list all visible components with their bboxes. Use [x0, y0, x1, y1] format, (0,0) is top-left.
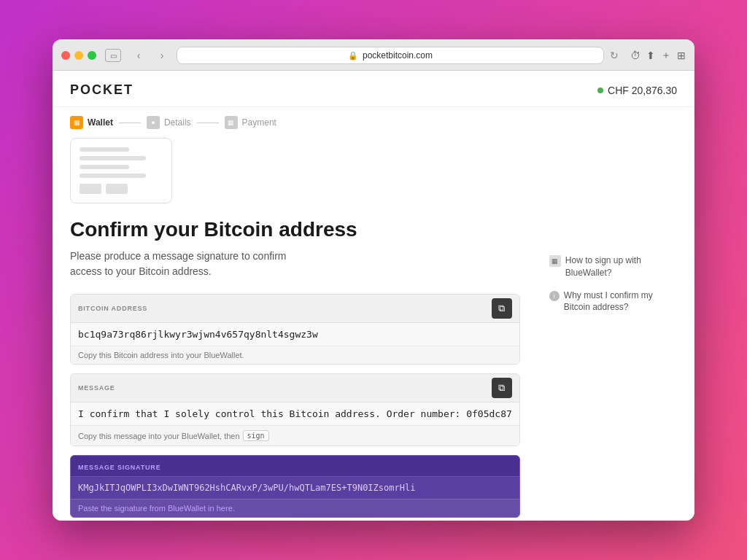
step-divider-2: [197, 122, 219, 123]
message-value-row: I confirm that I solely control this Bit…: [71, 402, 519, 425]
step-payment-label: Payment: [242, 117, 276, 128]
message-label: MESSAGE: [78, 384, 115, 392]
preview-line-3: [80, 165, 129, 169]
help-confirm-text: Why must I confirm my Bitcoin address?: [564, 289, 677, 314]
sign-tag: sign: [243, 430, 269, 441]
step-wallet-icon: ▦: [70, 116, 83, 129]
minimize-button[interactable]: [74, 51, 83, 60]
sidebar-toggle-icon[interactable]: ▭: [105, 49, 121, 62]
bitcoin-address-hint: Copy this Bitcoin address into your Blue…: [71, 346, 519, 364]
new-tab-icon[interactable]: ＋: [661, 49, 671, 62]
step-divider-1: [119, 122, 141, 123]
signature-value[interactable]: KMgJkITJqOWPLI3xDwIWNT962HshCARvxP/3wPU/…: [71, 477, 519, 499]
balance-indicator: [597, 88, 603, 93]
preview-line-4: [80, 174, 146, 178]
signature-hint: Paste the signature from BlueWallet in h…: [71, 499, 519, 517]
lock-icon: 🔒: [348, 51, 358, 61]
forward-button[interactable]: ›: [153, 47, 171, 64]
preview-btn-1: [80, 184, 101, 194]
browser-window: ▭ ‹ › 🔒 pocketbitcoin.com ↻ ⏱ ⬆ ＋ ⊞ POCK…: [53, 39, 694, 521]
left-panel: Confirm your Bitcoin address Please prod…: [70, 138, 520, 521]
step-details[interactable]: ● Details: [147, 116, 191, 129]
balance-value: CHF 20,876.30: [608, 85, 677, 96]
page-description: Please produce a message signature to co…: [70, 249, 318, 279]
share-icon[interactable]: ⬆: [646, 50, 655, 61]
page-content: POCKET CHF 20,876.30 ▦ Wallet ● Details …: [53, 71, 694, 521]
copy-message-button[interactable]: ⧉: [492, 378, 512, 398]
stepper: ▦ Wallet ● Details ▦ Payment: [53, 107, 694, 138]
bitcoin-address-label: BITCOIN ADDRESS: [78, 305, 147, 312]
copy-address-button[interactable]: ⧉: [492, 298, 512, 319]
traffic-lights: [61, 51, 96, 60]
step-payment[interactable]: ▦ Payment: [225, 116, 276, 129]
message-block: MESSAGE ⧉ I confirm that I solely contro…: [70, 373, 520, 446]
step-details-label: Details: [164, 117, 191, 128]
step-wallet[interactable]: ▦ Wallet: [70, 116, 113, 129]
page-title: Confirm your Bitcoin address: [70, 218, 520, 241]
bitcoin-address-block: BITCOIN ADDRESS ⧉ bc1q9a73rq86rjlkwyr3wj…: [70, 294, 520, 365]
right-panel: ▦ How to sign up with BlueWallet? i Why …: [549, 138, 677, 521]
refresh-icon[interactable]: ↻: [610, 50, 619, 61]
help-confirm-icon: i: [549, 291, 560, 301]
signature-block: MESSAGE SIGNATURE KMgJkITJqOWPLI3xDwIWNT…: [70, 455, 520, 518]
step-wallet-label: Wallet: [88, 117, 113, 128]
bitcoin-address-hint-text: Copy this Bitcoin address into your Blue…: [78, 351, 244, 359]
preview-line-2: [80, 156, 146, 160]
logo: POCKET: [70, 82, 133, 98]
bitcoin-address-value-row: bc1q9a73rq86rjlkwyr3wjwn4v657qy8nlt4sgwz…: [71, 323, 519, 346]
grid-icon[interactable]: ⊞: [677, 50, 686, 61]
balance-display: CHF 20,876.30: [597, 85, 677, 96]
address-bar[interactable]: 🔒 pocketbitcoin.com: [177, 47, 604, 64]
step-payment-icon: ▦: [225, 116, 238, 129]
main-content: Confirm your Bitcoin address Please prod…: [53, 138, 694, 521]
preview-btn-row: [80, 184, 163, 194]
browser-chrome: ▭ ‹ › 🔒 pocketbitcoin.com ↻ ⏱ ⬆ ＋ ⊞: [53, 39, 694, 71]
browser-actions: ⏱ ⬆ ＋ ⊞: [630, 49, 686, 62]
bitcoin-address-value: bc1q9a73rq86rjlkwyr3wjwn4v657qy8nlt4sgwz…: [78, 329, 512, 340]
message-hint: Copy this message into your BlueWallet, …: [71, 425, 519, 446]
help-item-1[interactable]: i Why must I confirm my Bitcoin address?: [549, 289, 677, 314]
page-header: POCKET CHF 20,876.30: [53, 71, 694, 107]
message-value: I confirm that I solely control this Bit…: [78, 408, 512, 419]
maximize-button[interactable]: [88, 51, 96, 60]
signature-label: MESSAGE SIGNATURE: [78, 464, 160, 471]
signature-header: MESSAGE SIGNATURE: [71, 456, 519, 477]
close-button[interactable]: [61, 51, 70, 60]
message-hint-prefix: Copy this message into your BlueWallet, …: [78, 432, 240, 440]
url-text: pocketbitcoin.com: [363, 50, 433, 61]
signature-hint-text: Paste the signature from BlueWallet in h…: [78, 504, 235, 513]
back-button[interactable]: ‹: [130, 47, 147, 64]
history-icon[interactable]: ⏱: [630, 50, 640, 61]
preview-btn-2: [106, 184, 128, 194]
preview-card: [70, 138, 172, 203]
preview-line-1: [80, 147, 129, 152]
help-bluewallet-icon: ▦: [549, 255, 561, 267]
step-details-icon: ●: [147, 116, 160, 129]
message-header: MESSAGE ⧉: [71, 374, 519, 402]
bitcoin-address-header: BITCOIN ADDRESS ⧉: [71, 295, 519, 323]
help-bluewallet-text: How to sign up with BlueWallet?: [565, 254, 677, 279]
help-item-0[interactable]: ▦ How to sign up with BlueWallet?: [549, 254, 677, 279]
